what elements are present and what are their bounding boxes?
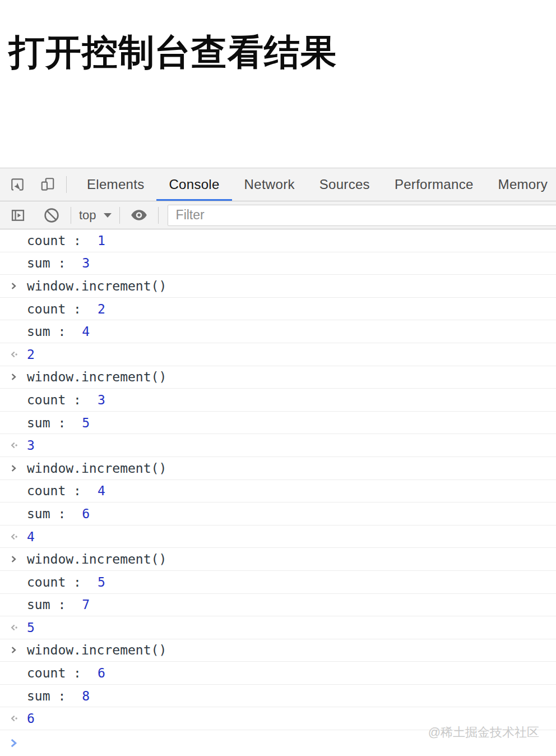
clear-console-button[interactable] (40, 208, 63, 223)
log-value: 3 (82, 256, 90, 270)
divider (158, 207, 159, 224)
returned-value-arrow-icon (9, 714, 18, 723)
device-toolbar-button[interactable] (37, 168, 58, 201)
console-input-row: window.increment() (0, 639, 556, 662)
console-input-chevron-icon[interactable] (9, 646, 18, 654)
log-label: count : (27, 666, 81, 680)
console-log-row: count : 6 (0, 662, 556, 685)
console-result-row: 5 (0, 616, 556, 639)
log-value: 1 (98, 233, 105, 248)
log-label: count : (27, 483, 81, 498)
tab-label: Memory (498, 177, 548, 192)
console-prompt-chevron-icon (9, 737, 18, 749)
returned-value-arrow-icon (9, 532, 18, 541)
input-expression: window.increment() (27, 643, 166, 657)
tab-label: Elements (87, 177, 144, 192)
log-label: count : (27, 575, 81, 589)
tab-console[interactable]: Console (156, 168, 231, 201)
console-log-row: sum : 8 (0, 685, 556, 708)
console-sidebar-icon (10, 208, 26, 223)
console-input-row: window.increment() (0, 548, 556, 571)
context-selector[interactable]: top (79, 208, 112, 223)
divider (71, 207, 71, 224)
console-result-row: 3 (0, 434, 556, 457)
console-log-row: sum : 5 (0, 412, 556, 435)
console-output: count : 1 sum : 3 window.increment() cou… (0, 229, 556, 730)
inspect-element-icon (10, 177, 25, 192)
log-value: 4 (82, 324, 90, 339)
log-value: 5 (82, 416, 90, 430)
tab-memory[interactable]: Memory (486, 168, 556, 201)
console-log-row: count : 1 (0, 229, 556, 252)
returned-value-arrow-icon (9, 441, 18, 450)
console-log-row: count : 3 (0, 389, 556, 412)
log-label: sum : (27, 416, 66, 430)
device-toolbar-icon (40, 177, 55, 192)
console-log-row: count : 4 (0, 480, 556, 503)
page-title: 打开控制台查看结果 (9, 28, 337, 77)
input-expression: window.increment() (27, 370, 166, 384)
console-sidebar-button[interactable] (7, 208, 29, 223)
log-label: sum : (27, 256, 66, 270)
chevron-down-icon (104, 213, 112, 218)
console-input-row: window.increment() (0, 457, 556, 480)
console-log-row: sum : 4 (0, 320, 556, 343)
console-toolbar: top (0, 201, 556, 229)
log-label: sum : (27, 506, 66, 521)
console-input-chevron-icon[interactable] (9, 282, 18, 291)
context-selector-label: top (79, 208, 96, 223)
inspect-element-button[interactable] (7, 168, 28, 201)
clear-console-icon (44, 208, 59, 223)
tab-sources[interactable]: Sources (307, 168, 382, 201)
console-log-row: count : 5 (0, 571, 556, 594)
result-value: 6 (27, 711, 35, 726)
log-value: 7 (82, 597, 90, 612)
console-log-row: sum : 7 (0, 594, 556, 617)
console-result-row: 4 (0, 525, 556, 548)
tab-label: Sources (319, 177, 370, 192)
live-expression-button[interactable] (128, 209, 150, 221)
input-expression: window.increment() (27, 552, 166, 566)
tab-performance[interactable]: Performance (382, 168, 486, 201)
console-log-row: sum : 6 (0, 503, 556, 525)
tab-label: Console (169, 177, 219, 192)
input-expression: window.increment() (27, 279, 166, 293)
log-label: sum : (27, 689, 66, 703)
result-value: 4 (27, 529, 35, 544)
console-input-chevron-icon[interactable] (9, 464, 18, 473)
log-value: 3 (98, 393, 105, 407)
log-label: sum : (27, 324, 66, 339)
log-value: 6 (82, 506, 90, 521)
result-value: 3 (27, 438, 35, 453)
console-log-row: sum : 3 (0, 252, 556, 275)
log-label: count : (27, 302, 81, 316)
tab-strip: Elements Console Network Sources Perform… (75, 168, 556, 201)
console-log-row: count : 2 (0, 298, 556, 321)
divider (66, 176, 67, 193)
console-result-row: 2 (0, 343, 556, 366)
devtools-panel: Elements Console Network Sources Perform… (0, 168, 556, 756)
log-label: count : (27, 393, 81, 407)
devtools-tab-bar: Elements Console Network Sources Perform… (0, 168, 556, 201)
watermark: @稀土掘金技术社区 (428, 724, 539, 741)
log-value: 2 (98, 302, 105, 316)
tab-label: Network (244, 177, 295, 192)
tab-label: Performance (395, 177, 474, 192)
tab-network[interactable]: Network (232, 168, 307, 201)
filter-input[interactable] (168, 205, 556, 226)
log-value: 4 (98, 483, 105, 498)
result-value: 2 (27, 347, 35, 362)
log-value: 8 (82, 689, 90, 703)
input-expression: window.increment() (27, 461, 166, 476)
divider (119, 207, 120, 224)
console-input-chevron-icon[interactable] (9, 555, 18, 564)
log-value: 6 (98, 666, 105, 680)
log-value: 5 (98, 575, 105, 589)
live-expression-eye-icon (131, 209, 147, 221)
console-input-row: window.increment() (0, 275, 556, 298)
console-input-chevron-icon[interactable] (9, 372, 18, 381)
log-label: sum : (27, 597, 66, 612)
returned-value-arrow-icon (9, 623, 18, 632)
tab-elements[interactable]: Elements (75, 168, 156, 201)
returned-value-arrow-icon (9, 350, 18, 359)
